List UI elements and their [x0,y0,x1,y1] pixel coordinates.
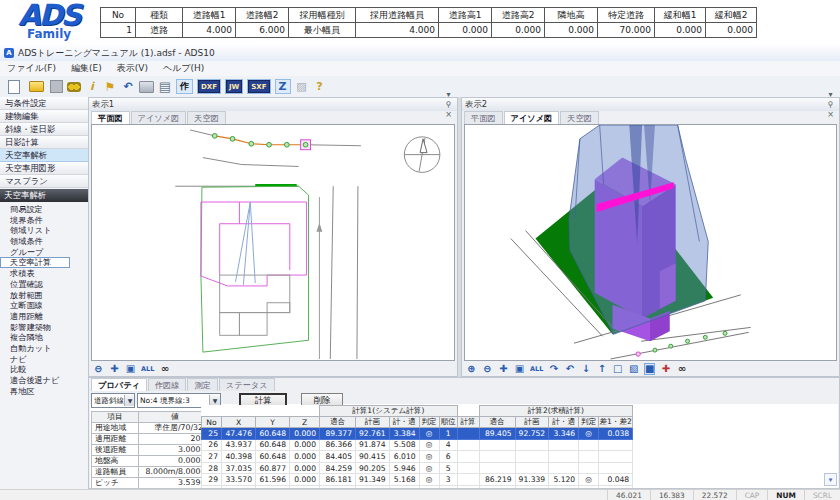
view-tab[interactable]: 平面図 [91,111,130,124]
zoom-icon[interactable]: ⊖ [93,363,104,375]
scroll-down-button[interactable]: ▾ [824,473,837,486]
calc2-group-header: 計算2(求積計算) [479,406,633,417]
sidebar-main-item[interactable]: 天空率解析 [0,149,88,162]
view-icon[interactable]: ∞ [676,363,687,375]
bottom-panel-tab[interactable]: プロパティ [91,378,147,391]
new-file-icon[interactable] [8,80,20,94]
sidebar-main-item[interactable]: 斜線・逆日影 [0,123,88,136]
zoom-out-icon[interactable]: ⊖ [482,363,493,375]
wire-cube-icon[interactable]: □ [612,363,623,375]
zoom-window-icon[interactable]: ▣ [125,363,136,375]
dxf-button[interactable]: DXF [197,79,221,94]
sidebar-sub-item[interactable]: 立断面線 [0,300,88,311]
form-icon[interactable]: ▤ [158,79,172,94]
isometric-view-canvas[interactable] [464,124,837,361]
zoom-in-icon[interactable]: ⊕ [466,363,477,375]
collapse-button[interactable]: ▾ [443,90,454,100]
undo-icon[interactable]: ↶ [121,79,135,94]
arrow-down-icon[interactable]: ↓ [580,363,591,375]
pin-button[interactable]: ⚲ [443,100,454,110]
solid-cube-icon[interactable]: ■ [644,363,655,375]
bottom-panel-tab[interactable]: ステータス [219,378,275,391]
pin-button[interactable]: ⚲ [825,100,836,110]
sidebar-sub-item[interactable]: グループ [0,247,88,258]
sidebar-main-item[interactable]: 与条件設定 [0,97,88,110]
menu-item[interactable]: ファイル(F) [7,62,56,75]
target-line-select[interactable]: 道路斜線 ▼ [91,393,135,408]
sidebar-sub-item[interactable]: 自動カット [0,343,88,354]
collapse-button[interactable]: ▾ [825,90,836,100]
sidebar-sub-item[interactable]: 複合隣地 [0,332,88,343]
rotate-cw-icon[interactable]: ↷ [548,363,559,375]
saku-button[interactable]: 作 [176,79,193,94]
sidebar-main-item[interactable]: マスプラン [0,175,88,188]
view-tab[interactable]: 平面図 [464,111,503,124]
zoom-window-icon[interactable]: ▣ [514,363,525,375]
road-table-header-row: No種類道路幅1道路幅2採用幅種別採用道路幅員道路高1道路高2隣地高特定道路緩和… [101,8,757,23]
menu-item[interactable]: 表示(V) [117,62,148,75]
result-row[interactable]: 2933.57061.5960.00086.18191.3495.168◎386… [202,474,633,486]
z-button[interactable]: Z [275,79,291,94]
result-row[interactable]: 2740.39860.6480.00084.40590.4156.010◎6 [202,451,633,463]
sidebar-sub-item[interactable]: 領域条件 [0,236,88,247]
arrow-up-icon[interactable]: ↑ [596,363,607,375]
sidebar-sub-item[interactable]: 領域リスト [0,225,88,236]
result-group-header-row: 計算1(システム計算)計算2(求積計算) [202,406,633,417]
app-icon: A [4,48,14,58]
pan-icon[interactable]: ✚ [498,363,509,375]
open-folder-icon[interactable] [29,81,44,92]
fit-all-button[interactable]: ALL [530,363,543,375]
sidebar-sub-item[interactable]: ナビ [0,354,88,365]
menu-item[interactable]: 編集(E) [71,62,102,75]
bottom-panel-tab[interactable]: 測定 [187,378,217,391]
binoculars-icon[interactable] [67,82,81,92]
save-icon[interactable] [50,80,63,93]
flag-icon[interactable]: ⚑ [103,79,117,94]
road-table-row: 1道路4.0006.000最小幅員4.0000.0000.0000.00070.… [101,23,757,38]
print-icon[interactable] [139,81,154,93]
result-col-header: 計・適 [549,417,579,428]
result-row[interactable]: 2643.93760.6480.00086.36691.8745.508◎4 [202,439,633,451]
plan-view-canvas[interactable] [91,124,455,361]
result-row[interactable]: 2837.03560.8770.00084.25990.2055.946◎5 [202,462,633,474]
sidebar-main-item[interactable]: 天空率用図形 [0,162,88,175]
view-icon[interactable]: ∞ [159,363,170,375]
sxf-button[interactable]: SXF [247,79,270,94]
sidebar-sub-item[interactable]: 適合後退ナビ [0,375,88,386]
result-col-header: 計算 [457,417,479,428]
disabled-icon[interactable]: ▨ [295,79,309,94]
sidebar-sub-item[interactable]: 適用距離 [0,311,88,322]
result-row[interactable]: 2547.47660.6480.00089.37792.7613.384◎189… [202,428,633,440]
view-tab[interactable]: 天空図 [187,111,226,124]
sidebar-sub-item[interactable]: 求積表 [0,268,88,279]
sidebar-main-item[interactable]: 建物編集 [0,110,88,123]
sidebar-sub-item[interactable]: 簡易設定 [0,204,88,215]
chevron-down-icon[interactable]: ▼ [124,395,135,406]
road-col-header: 道路高2 [492,8,545,23]
close-button[interactable]: × [825,110,836,120]
shaded-cube-icon[interactable]: ▧ [628,363,639,375]
bottom-panel-tab[interactable]: 作図線 [148,378,187,391]
sidebar-sub-item[interactable]: 天空率計算 [0,257,70,268]
menu-bar: ファイル(F)編集(E)表示(V)ヘルプ(H) [0,61,840,77]
orbit-icon[interactable]: ✚ [660,363,671,375]
sidebar-sub-item[interactable]: 放射範囲 [0,290,88,301]
view-tab[interactable]: アイソメ図 [131,111,187,124]
view-tab[interactable]: 天空図 [560,111,599,124]
rotate-ccw-icon[interactable]: ↶ [564,363,575,375]
sidebar-sub-item[interactable]: 位置確認 [0,279,88,290]
close-button[interactable]: × [443,110,454,120]
info-icon[interactable]: i [85,79,99,94]
view-tab[interactable]: アイソメ図 [504,111,560,124]
menu-item[interactable]: ヘルプ(H) [163,62,204,75]
sidebar: 与条件設定建物編集斜線・逆日影日影計算天空率解析天空率用図形マスプラン 天空率解… [0,97,89,489]
help-icon[interactable]: ? [313,79,327,94]
sidebar-sub-item[interactable]: 再地区 [0,386,88,397]
sidebar-main-item[interactable]: 日影計算 [0,136,88,149]
jw-button[interactable]: JW [225,79,243,94]
sidebar-sub-item[interactable]: 影響建築物 [0,322,88,333]
fit-all-button[interactable]: ALL [141,363,154,375]
pan-icon[interactable]: ✚ [109,363,120,375]
sidebar-sub-item[interactable]: 境界条件 [0,215,88,226]
sidebar-sub-item[interactable]: 比較 [0,364,88,375]
